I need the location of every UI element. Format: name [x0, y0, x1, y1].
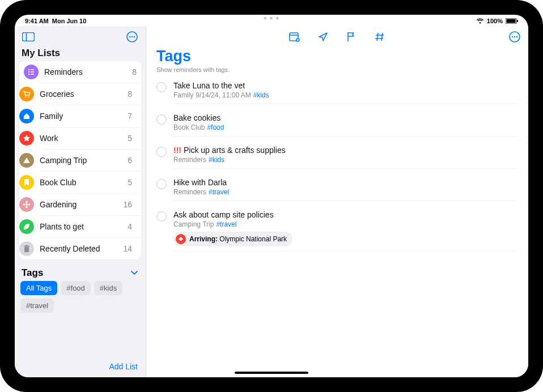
home-indicator[interactable] — [235, 372, 308, 374]
sidebar-list-item[interactable]: Groceries8 — [42, 83, 141, 105]
svg-point-7 — [131, 36, 133, 38]
svg-point-20 — [23, 203, 26, 206]
reminder-item[interactable]: !!!Pick up arts & crafts suppliesReminde… — [146, 141, 528, 173]
list-name: Camping Trip — [40, 156, 122, 165]
tags-header: Tags — [22, 267, 43, 279]
list-name: Plants to get — [40, 222, 122, 231]
svg-line-31 — [381, 33, 383, 41]
cart-icon — [19, 87, 34, 101]
svg-point-36 — [514, 36, 516, 38]
sidebar-list-item[interactable]: Family7 — [42, 105, 141, 127]
svg-point-37 — [516, 36, 518, 38]
svg-point-18 — [26, 201, 28, 203]
lists-card: Reminders8Groceries8Family7Work5Camping … — [19, 61, 141, 259]
sidebar-list-item[interactable]: Camping Trip6 — [42, 149, 141, 171]
reminder-item[interactable]: Bake cookiesBook Club #food — [146, 109, 528, 141]
svg-rect-10 — [31, 69, 35, 70]
reminder-title: Ask about camp site policies — [173, 210, 274, 219]
list-name: Recently Deleted — [40, 244, 117, 253]
reminder-title: Take Luna to the vet — [173, 81, 245, 90]
list-name: Gardening — [40, 200, 117, 209]
list-count: 7 — [128, 112, 132, 121]
leaf-icon — [19, 219, 34, 234]
svg-point-19 — [26, 206, 28, 208]
calendar-add-icon[interactable] — [287, 29, 303, 45]
status-date: Mon Jun 10 — [52, 18, 87, 24]
svg-point-8 — [134, 36, 135, 38]
svg-line-30 — [377, 33, 378, 41]
reminder-list: Take Luna to the vetFamily 9/14/24, 11:0… — [146, 76, 528, 377]
reminder-tag: #kids — [209, 156, 224, 164]
reminder-item[interactable]: Ask about camp site policiesCamping Trip… — [146, 206, 528, 256]
svg-rect-3 — [23, 33, 35, 41]
svg-rect-1 — [507, 19, 516, 23]
complete-checkbox[interactable] — [156, 114, 167, 125]
flower-icon — [19, 197, 34, 212]
chevron-down-icon[interactable] — [130, 269, 139, 278]
screen: 9:41 AM Mon Jun 10 ● ● ● 100% — [15, 15, 528, 377]
tag-chip[interactable]: #food — [61, 281, 91, 295]
list-count: 6 — [128, 156, 132, 165]
ipad-frame: 9:41 AM Mon Jun 10 ● ● ● 100% — [0, 0, 543, 392]
svg-rect-24 — [26, 245, 28, 246]
complete-checkbox[interactable] — [156, 179, 167, 189]
status-bar: 9:41 AM Mon Jun 10 ● ● ● 100% — [15, 15, 528, 26]
svg-point-6 — [129, 36, 131, 38]
main-pane: Tags Show reminders with tags. Take Luna… — [146, 26, 528, 377]
battery-icon — [506, 18, 518, 24]
sidebar-list-item[interactable]: Reminders8 — [19, 61, 141, 83]
svg-rect-14 — [31, 74, 35, 75]
list-icon — [24, 65, 39, 79]
toggle-sidebar-button[interactable] — [20, 29, 36, 45]
status-time: 9:41 AM — [25, 18, 49, 24]
more-options-button[interactable] — [507, 29, 523, 45]
reminder-title: Pick up arts & crafts supplies — [184, 146, 286, 155]
location-name: Olympic National Park — [219, 235, 287, 243]
sidebar-list-item[interactable]: Gardening16 — [42, 193, 141, 215]
add-list-button[interactable]: Add List — [109, 362, 138, 371]
tag-icon[interactable] — [372, 29, 388, 45]
list-name: Book Club — [40, 178, 122, 187]
svg-point-17 — [26, 203, 28, 206]
location-label: Arriving: — [189, 235, 218, 243]
sidebar-list-item[interactable]: Book Club5 — [42, 171, 141, 193]
list-count: 8 — [128, 90, 132, 99]
list-count: 5 — [128, 134, 132, 143]
svg-rect-23 — [24, 246, 29, 247]
complete-checkbox[interactable] — [156, 82, 167, 92]
tag-cloud: All Tags#food#kids#travel — [15, 281, 146, 317]
reminder-item[interactable]: Hike with DarlaReminders #travel — [146, 173, 528, 206]
list-count: 4 — [128, 222, 132, 231]
complete-checkbox[interactable] — [156, 211, 167, 221]
reminder-list-name: Book Club — [173, 123, 205, 131]
tag-chip[interactable]: #travel — [20, 299, 54, 313]
complete-checkbox[interactable] — [156, 147, 167, 157]
svg-rect-2 — [517, 20, 518, 22]
multitask-dots-icon[interactable]: ● ● ● — [264, 15, 280, 21]
sidebar-list-item[interactable]: Work5 — [42, 127, 141, 149]
my-lists-header: My Lists — [15, 48, 146, 61]
location-icon[interactable] — [315, 29, 331, 45]
main-toolbar — [146, 26, 528, 48]
more-button[interactable] — [124, 29, 140, 45]
svg-rect-12 — [31, 71, 35, 73]
reminder-item[interactable]: Take Luna to the vetFamily 9/14/24, 11:0… — [146, 76, 528, 109]
reminder-list-name: Reminders — [173, 156, 206, 164]
tent-icon — [19, 153, 34, 168]
list-count: 8 — [132, 67, 137, 76]
list-name: Groceries — [40, 90, 122, 99]
flag-icon[interactable] — [343, 29, 359, 45]
priority-indicator: !!! — [173, 146, 181, 155]
tag-chip[interactable]: #kids — [94, 281, 122, 295]
reminder-list-name: Family — [173, 91, 193, 99]
location-pill[interactable]: Arriving: Olympic National Park — [173, 232, 292, 246]
list-count: 5 — [128, 178, 132, 187]
house-icon — [19, 109, 34, 123]
tag-chip[interactable]: All Tags — [20, 281, 57, 295]
reminders-app: My Lists Reminders8Groceries8Family7Work… — [15, 26, 528, 377]
sidebar-list-item[interactable]: Recently Deleted14 — [42, 237, 141, 259]
svg-rect-22 — [24, 247, 29, 252]
reminder-tag: #food — [207, 123, 224, 131]
sidebar-list-item[interactable]: Plants to get4 — [42, 215, 141, 237]
svg-point-15 — [25, 96, 26, 97]
